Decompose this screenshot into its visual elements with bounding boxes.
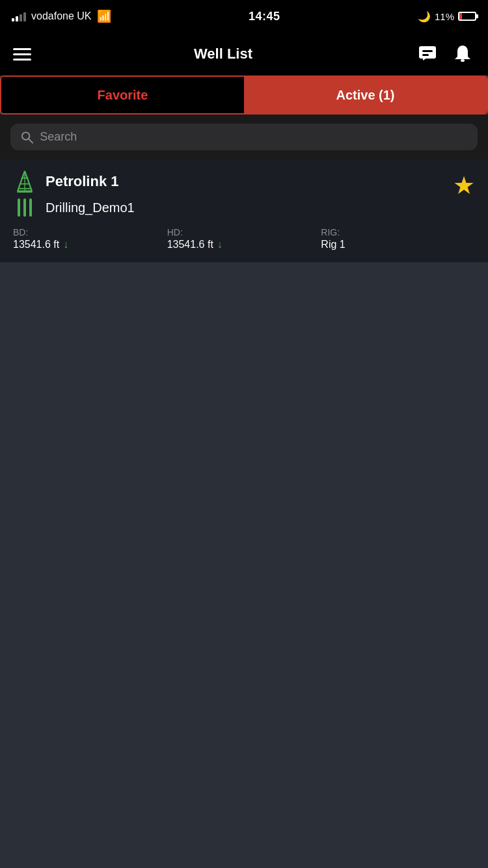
signal-icon [12, 11, 26, 21]
company-name: Petrolink 1 [46, 173, 118, 190]
chat-button[interactable] [415, 42, 440, 66]
well-name: Drilling_Demo1 [46, 200, 135, 215]
carrier-label: vodafone UK [31, 10, 92, 22]
tab-bar: Favorite Active (1) [0, 75, 488, 115]
header: Well List [0, 33, 488, 75]
stat-rig: RIG: Rig 1 [321, 227, 475, 251]
chat-icon [418, 45, 437, 63]
search-bar[interactable] [10, 124, 478, 150]
bell-icon [454, 44, 472, 64]
tab-favorite-label: Favorite [98, 88, 148, 103]
bell-button[interactable] [450, 42, 475, 66]
status-right: 🌙 11% [418, 10, 476, 23]
moon-icon: 🌙 [418, 10, 431, 23]
favorite-star[interactable]: ★ [453, 171, 475, 200]
stat-hd: HD: 13541.6 ft ↓ [167, 227, 321, 251]
svg-rect-15 [29, 198, 32, 217]
well-item[interactable]: ★ Petrolink 1 [0, 159, 488, 263]
status-time: 14:45 [249, 10, 280, 23]
well-list: ★ Petrolink 1 [0, 159, 488, 263]
svg-rect-12 [17, 191, 32, 193]
tab-active-label: Active (1) [336, 88, 394, 103]
rig-name: Rig 1 [321, 239, 345, 251]
tab-favorite[interactable]: Favorite [1, 77, 244, 113]
header-actions [415, 42, 475, 66]
bd-number: 13541.6 ft [13, 239, 59, 251]
hd-number: 13541.6 ft [167, 239, 213, 251]
svg-line-7 [25, 171, 32, 191]
status-left: vodafone UK 📶 [12, 9, 111, 23]
hd-value: 13541.6 ft ↓ [167, 239, 321, 251]
bd-value: 13541.6 ft ↓ [13, 239, 167, 251]
status-bar: vodafone UK 📶 14:45 🌙 11% [0, 0, 488, 33]
svg-rect-14 [23, 198, 26, 217]
empty-content [0, 263, 488, 816]
search-input[interactable] [40, 130, 467, 144]
drill-icon [13, 196, 36, 219]
hd-label: HD: [167, 227, 321, 237]
svg-rect-0 [419, 46, 436, 59]
well-stats: BD: 13541.6 ft ↓ HD: 13541.6 ft ↓ RIG: R… [13, 227, 475, 251]
svg-rect-3 [461, 59, 465, 62]
bd-label: BD: [13, 227, 167, 237]
menu-button[interactable] [13, 48, 31, 61]
svg-rect-13 [18, 198, 20, 217]
rig-value: Rig 1 [321, 239, 475, 251]
stat-bd: BD: 13541.6 ft ↓ [13, 227, 167, 251]
battery-fill [459, 13, 462, 20]
svg-rect-2 [422, 54, 429, 56]
battery-percent: 11% [435, 11, 454, 22]
wifi-icon: 📶 [97, 9, 111, 23]
hd-down-arrow: ↓ [217, 239, 223, 251]
search-icon [21, 131, 33, 144]
page-title: Well List [194, 46, 252, 62]
svg-point-4 [22, 132, 29, 139]
search-container [0, 115, 488, 159]
tab-active[interactable]: Active (1) [244, 77, 487, 113]
svg-line-6 [18, 171, 25, 191]
svg-rect-1 [422, 50, 433, 52]
battery-icon [458, 12, 476, 21]
rig-label: RIG: [321, 227, 475, 237]
bd-down-arrow: ↓ [63, 239, 68, 251]
well-item-sub: Drilling_Demo1 [13, 196, 475, 219]
well-item-header: Petrolink 1 [13, 170, 475, 193]
svg-line-5 [29, 139, 33, 142]
derrick-icon [13, 170, 36, 193]
